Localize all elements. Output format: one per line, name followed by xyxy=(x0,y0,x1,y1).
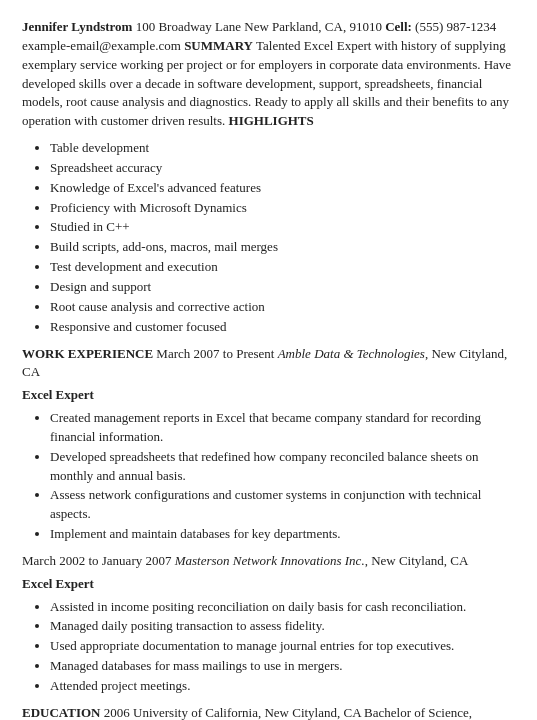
job2-header: March 2002 to January 2007 Masterson Net… xyxy=(22,552,515,571)
job1-company: Amble Data & Technologies xyxy=(278,346,425,361)
job2-company: Masterson Network Innovations Inc. xyxy=(175,553,365,568)
list-item: Created management reports in Excel that… xyxy=(50,409,515,447)
list-item: Managed daily positing transaction to as… xyxy=(50,617,515,636)
list-item: Design and support xyxy=(50,278,515,297)
list-item: Spreadsheet accuracy xyxy=(50,159,515,178)
list-item: Test development and execution xyxy=(50,258,515,277)
list-item: Developed spreadsheets that redefined ho… xyxy=(50,448,515,486)
education-label: EDUCATION xyxy=(22,705,101,720)
list-item: Responsive and customer focused xyxy=(50,318,515,337)
job1-bullets: Created management reports in Excel that… xyxy=(50,409,515,544)
list-item: Proficiency with Microsoft Dynamics xyxy=(50,199,515,218)
job1-date: March 2007 to Present xyxy=(156,346,274,361)
education-school: University of California xyxy=(133,705,258,720)
list-item: Attended project meetings. xyxy=(50,677,515,696)
header-section: Jennifer Lyndstrom 100 Broadway Lane New… xyxy=(22,18,515,131)
candidate-phone: (555) 987-1234 xyxy=(415,19,496,34)
job1-title: Excel Expert xyxy=(22,386,515,405)
list-item: Studied in C++ xyxy=(50,218,515,237)
cell-label: Cell: xyxy=(385,19,412,34)
highlights-list: Table development Spreadsheet accuracy K… xyxy=(50,139,515,336)
job2-bullets: Assisted in income positing reconciliati… xyxy=(50,598,515,696)
candidate-email: example-email@example.com xyxy=(22,38,181,53)
highlights-section: Table development Spreadsheet accuracy K… xyxy=(22,139,515,336)
resume-container: Jennifer Lyndstrom 100 Broadway Lane New… xyxy=(22,18,515,720)
job2-date: March 2002 to January 2007 xyxy=(22,553,171,568)
summary-label: SUMMARY xyxy=(184,38,253,53)
job2-title: Excel Expert xyxy=(22,575,515,594)
work-experience-label: WORK EXPERIENCE xyxy=(22,346,153,361)
list-item: Build scripts, add-ons, macros, mail mer… xyxy=(50,238,515,257)
education-section: EDUCATION 2006 University of California,… xyxy=(22,704,515,720)
highlights-label: HIGHLIGHTS xyxy=(229,113,314,128)
list-item: Implement and maintain databases for key… xyxy=(50,525,515,544)
education-degree: Bachelor of Science, xyxy=(364,705,472,720)
candidate-name: Jennifer Lyndstrom xyxy=(22,19,132,34)
work-experience-section: WORK EXPERIENCE March 2007 to Present Am… xyxy=(22,345,515,544)
list-item: Table development xyxy=(50,139,515,158)
list-item: Assess network configurations and custom… xyxy=(50,486,515,524)
list-item: Root cause analysis and corrective actio… xyxy=(50,298,515,317)
list-item: Assisted in income positing reconciliati… xyxy=(50,598,515,617)
list-item: Knowledge of Excel's advanced features xyxy=(50,179,515,198)
work-experience-header: WORK EXPERIENCE March 2007 to Present Am… xyxy=(22,345,515,383)
list-item: Managed databases for mass mailings to u… xyxy=(50,657,515,676)
job2-section: March 2002 to January 2007 Masterson Net… xyxy=(22,552,515,696)
education-location: New Cityland, CA xyxy=(264,705,360,720)
education-year: 2006 xyxy=(104,705,130,720)
job2-location: New Cityland, CA xyxy=(371,553,468,568)
list-item: Used appropriate documentation to manage… xyxy=(50,637,515,656)
candidate-address: 100 Broadway Lane New Parkland, CA, 9101… xyxy=(136,19,382,34)
